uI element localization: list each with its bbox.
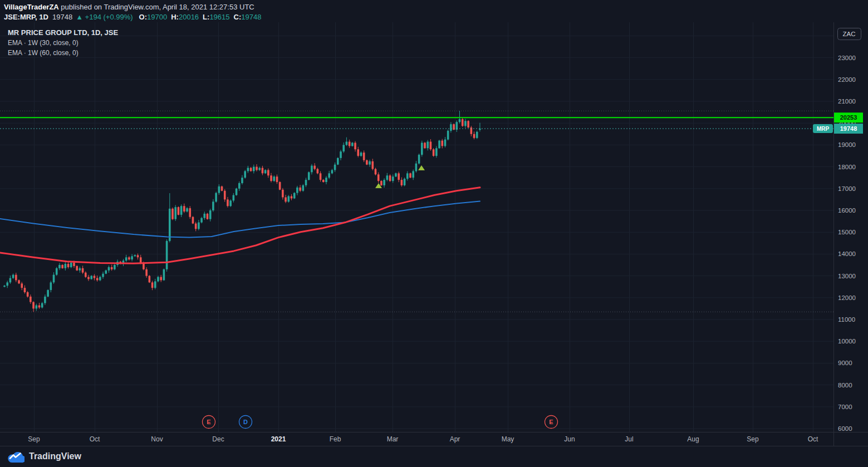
svg-text:11000: 11000: [838, 316, 855, 323]
high-label: H:: [171, 13, 179, 21]
last-price: 19748: [52, 13, 72, 21]
buy-triangle-icon: [418, 165, 425, 170]
instrument-title[interactable]: MR PRICE GROUP LTD, 1D, JSE: [8, 28, 118, 37]
svg-text:22000: 22000: [838, 76, 856, 83]
author-name: VillageTraderZA: [4, 3, 59, 11]
svg-text:2021: 2021: [271, 435, 286, 443]
publish-header: VillageTraderZA published on TradingView…: [4, 3, 261, 21]
svg-text:Sep: Sep: [28, 435, 40, 443]
publish-info: published on TradingView.com, April 18, …: [59, 3, 254, 11]
svg-text:19000: 19000: [838, 141, 856, 148]
tradingview-snapshot: 6000700080009000100001100012000130001400…: [0, 0, 868, 467]
time-axis[interactable]: SepOctNovDec2021FebMarAprMayJunJulAugSep…: [28, 435, 818, 443]
svg-text:MRP: MRP: [817, 126, 830, 132]
candlestick-series: [3, 111, 481, 312]
svg-text:14000: 14000: [838, 250, 856, 257]
open-label: O:: [139, 13, 147, 21]
svg-text:Aug: Aug: [687, 435, 699, 443]
price-change: ▲ +194 (+0.99%): [76, 13, 133, 21]
svg-text:6000: 6000: [838, 425, 852, 432]
svg-text:Oct: Oct: [90, 435, 100, 443]
svg-text:Feb: Feb: [330, 435, 341, 443]
signal-markers: [375, 165, 425, 188]
svg-text:10000: 10000: [838, 338, 856, 345]
close-value: 19748: [241, 13, 261, 21]
svg-text:Jun: Jun: [564, 435, 575, 443]
chart-canvas[interactable]: 6000700080009000100001100012000130001400…: [0, 0, 868, 467]
brand-name[interactable]: TradingView: [29, 451, 81, 461]
brand-footer: TradingView: [7, 449, 81, 464]
high-value: 20016: [179, 13, 199, 21]
svg-text:13000: 13000: [838, 273, 856, 279]
price-axis[interactable]: 6000700080009000100001100012000130001400…: [813, 28, 863, 432]
ema30-legend-row[interactable]: EMA · 1W (30, close, 0): [8, 39, 118, 47]
svg-text:21000: 21000: [838, 98, 856, 105]
svg-text:Nov: Nov: [151, 435, 163, 443]
symbol-interval: JSE:MRP, 1D: [4, 13, 48, 21]
svg-text:16000: 16000: [838, 207, 856, 214]
svg-text:20253: 20253: [840, 114, 857, 121]
currency-label: ZAC: [843, 31, 856, 37]
svg-text:Dec: Dec: [212, 435, 224, 443]
svg-text:Sep: Sep: [747, 435, 759, 443]
event-markers[interactable]: EDE: [203, 416, 558, 429]
ema60-legend-row[interactable]: EMA · 1W (60, close, 0): [8, 49, 118, 57]
svg-text:12000: 12000: [838, 294, 856, 301]
publish-line: VillageTraderZA published on TradingView…: [4, 3, 261, 11]
svg-text:Oct: Oct: [808, 435, 818, 443]
svg-text:E: E: [207, 419, 210, 425]
tradingview-logo-icon: [7, 450, 24, 463]
svg-text:Apr: Apr: [450, 435, 460, 443]
close-label: C:: [234, 13, 242, 21]
highlow-lines: [0, 111, 833, 312]
svg-text:23000: 23000: [838, 55, 856, 61]
svg-text:Mar: Mar: [387, 435, 399, 443]
ticker-line: JSE:MRP, 1D19748▲ +194 (+0.99%)O:19700H:…: [4, 13, 261, 21]
svg-text:9000: 9000: [838, 360, 852, 366]
chart-legend: MR PRICE GROUP LTD, 1D, JSE EMA · 1W (30…: [8, 28, 118, 57]
low-label: L:: [203, 13, 209, 21]
grid-layer: [0, 22, 833, 432]
svg-text:18000: 18000: [838, 164, 856, 170]
svg-text:15000: 15000: [838, 229, 856, 235]
low-value: 19615: [209, 13, 229, 21]
ema-30w-line[interactable]: [0, 188, 480, 263]
svg-text:17000: 17000: [838, 185, 856, 192]
svg-text:7000: 7000: [838, 404, 852, 410]
svg-text:D: D: [243, 419, 248, 425]
svg-text:E: E: [549, 419, 553, 425]
svg-text:Jul: Jul: [625, 435, 633, 443]
svg-text:19748: 19748: [840, 125, 857, 132]
svg-text:May: May: [502, 435, 514, 443]
open-value: 19700: [147, 13, 167, 21]
svg-text:8000: 8000: [838, 382, 852, 389]
